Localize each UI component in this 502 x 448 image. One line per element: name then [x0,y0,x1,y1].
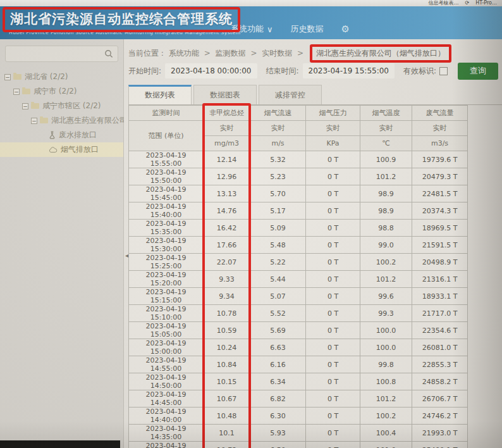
cell-value: 100.8 [360,373,412,390]
cell-value: 0 T [306,202,360,220]
table-row: 2023-04-19 14:45:0010.676.820 T101.22670… [129,390,468,408]
browser-tab-fragment[interactable]: 信息考核表… [429,0,459,6]
sidebar-tree: −湖北省 (2/2)−咸宁市 (2/2)−咸宁市辖区 (2/2)−湖北惠生药业有… [0,70,123,157]
tree-expander-icon[interactable]: − [4,74,11,80]
cell-value: 10.72 [204,442,250,448]
cell-value: 10.15 [204,373,250,390]
cell-value: 5.09 [250,220,306,237]
unit-cell: ℃ [360,136,412,151]
valid-flag-checkbox[interactable] [439,67,448,75]
cell-value: 9.34 [204,288,250,305]
cell-monitor-time: 2023-04-19 14:55:00 [129,356,204,373]
tree-item[interactable]: −湖北惠生药业有限公司 [0,113,123,128]
cell-value: 5.93 [250,425,306,442]
cell-value: 0 T [306,408,360,425]
query-button[interactable]: 查询 [458,63,498,80]
cell-value: 18933.1 T [412,288,468,305]
table-row: 2023-04-19 14:50:0010.156.340 T100.82485… [129,373,468,390]
table-row: 2023-04-19 15:50:0012.965.230 T101.22047… [129,168,468,185]
settings-gear-icon[interactable]: ⚙ [341,23,350,35]
tree-item-label: 咸宁市 (2/2) [34,86,77,97]
cell-value: 6.30 [250,408,306,425]
cell-value: 98.8 [360,220,412,237]
table-row: 2023-04-19 15:40:0014.765.170 T98.920374… [129,202,468,220]
tree-item[interactable]: −湖北省 (2/2) [0,70,123,84]
tab-data-list[interactable]: 数据列表 [128,85,192,104]
mode-cell: 实时 [250,121,306,136]
tab-data-chart[interactable]: 数据图表 [193,85,257,104]
tree-expander-icon[interactable]: − [22,103,28,109]
cell-value: 0 T [306,356,360,373]
breadcrumb-separator: > [250,49,257,58]
tree-item-label: 咸宁市辖区 (2/2) [42,101,101,111]
tree-item[interactable]: 烟气排放口 [0,142,123,157]
nav-history-data[interactable]: 历史数据 [291,23,324,35]
cell-monitor-time: 2023-04-19 15:40:00 [129,202,204,220]
tree-item[interactable]: −咸宁市辖区 (2/2) [0,99,123,113]
cell-value: 5.48 [250,237,306,254]
browser-tab-fragment[interactable]: HT-Pro… [475,0,497,6]
table-row: 2023-04-19 14:55:0010.846.160 T99.822855… [129,356,468,373]
tree-item[interactable]: 废水排放口 [0,128,123,142]
cell-monitor-time: 2023-04-19 15:00:00 [129,339,204,356]
unit-cell: m3/s [412,136,468,151]
tree-expander-icon[interactable]: − [31,118,37,124]
mode-cell: 实时 [360,121,412,136]
cell-value: 12.96 [204,168,250,185]
cell-value: 21717.0 T [412,305,468,322]
header-row-names: 监测时间 非甲烷总烃 烟气流速 烟气压力 烟气温度 废气流量 [129,106,468,121]
cell-value: 21591.5 T [412,237,468,254]
tree-item-label: 废水排放口 [59,130,97,140]
cell-value: 100.4 [360,425,412,442]
breadcrumb-item[interactable]: 实时数据 [262,49,292,58]
cell-value: 99.3 [360,305,412,322]
cell-monitor-time: 2023-04-19 14:40:00 [129,408,204,425]
search-input[interactable] [10,49,104,58]
photo-artifact-dark-strip [0,440,120,448]
cell-value: 5.22 [250,254,306,271]
cell-value: 17.66 [204,237,250,254]
cell-value: 20374.3 T [412,202,468,220]
cell-value: 14.76 [204,202,250,220]
mode-cell: 实时 [412,121,468,136]
cell-value: 26081.0 T [412,339,468,356]
breadcrumb-item[interactable]: 系统功能 [169,49,199,58]
cell-value: 101.2 [360,271,412,288]
cell-monitor-time: 2023-04-19 14:30:00 [129,442,204,448]
end-time-field[interactable]: 2023-04-19 15:55:00 [303,63,395,78]
cell-value: 5.17 [250,202,306,220]
tree-item-label: 烟气排放口 [61,144,99,155]
cell-monitor-time: 2023-04-19 15:55:00 [129,151,204,168]
cell-value: 5.23 [250,168,306,185]
start-time-field[interactable]: 2023-04-18 00:00:00 [165,63,257,78]
sidebar-collapse-arrow[interactable]: ◂ [125,252,128,259]
cell-value: 0 T [306,185,360,202]
cell-value: 0 T [306,425,360,442]
content-panel: 当前位置： 系统功能 > 监测数据 > 实时数据 > 湖北惠生药业有限公司（烟气… [124,39,502,448]
tree-item[interactable]: −咸宁市 (2/2) [0,84,123,99]
cell-value: 99.8 [360,356,412,373]
col-header-velocity: 烟气流速 [250,106,306,121]
folder-icon [40,118,48,123]
cell-value: 10.78 [204,305,250,322]
tab-emission-control[interactable]: 减排管控 [259,85,322,104]
col-header-temperature: 烟气温度 [360,106,412,121]
cell-value: 100.2 [360,408,412,425]
cell-value: 21316.1 T [412,271,468,288]
breadcrumb-item[interactable]: 监测数据 [216,49,246,58]
cell-monitor-time: 2023-04-19 14:35:00 [129,425,204,442]
cell-value: 24858.2 T [412,373,468,390]
cell-value: 20498.9 T [412,254,468,271]
cell-value: 10.1 [204,425,250,442]
start-time-label: 开始时间: [128,66,161,77]
range-unit-header: 范围 (单位) [129,121,204,151]
chevron-down-icon: ∨ [267,25,273,34]
cell-value: 100.0 [360,322,412,339]
unit-cell: mg/m3 [204,136,250,151]
cell-value: 101.0 [360,442,412,448]
table-row: 2023-04-19 15:00:0010.246.630 T100.02608… [129,339,468,356]
refresh-icon[interactable]: ⟳ [465,0,470,6]
end-time-label: 结束时间: [266,66,299,77]
breadcrumb-company[interactable]: 湖北惠生药业有限公司（烟气排放口） [316,49,445,58]
tree-expander-icon[interactable]: − [13,89,20,95]
